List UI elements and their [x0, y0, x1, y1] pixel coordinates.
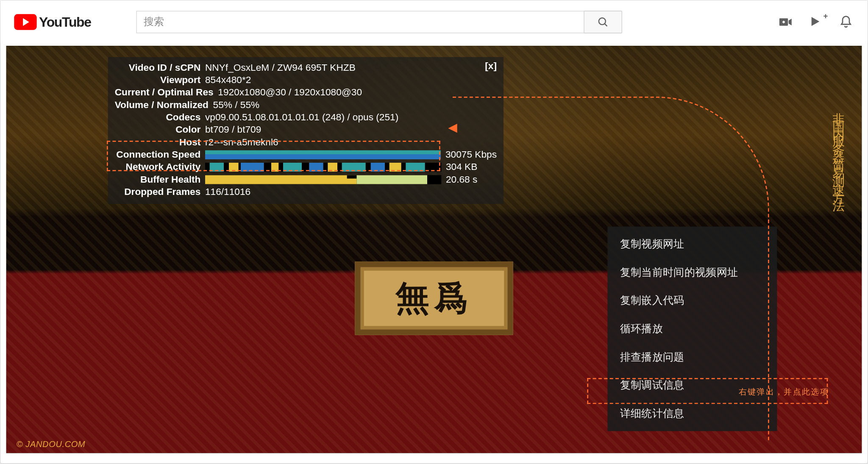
context-menu-item[interactable]: 复制嵌入代码: [607, 286, 777, 315]
stats-row-value: NNYf_OsxLeM / ZW94 695T KHZB: [205, 61, 497, 74]
stats-graph-reading: 20.68 s: [441, 173, 497, 186]
video-camera-icon: [778, 14, 793, 29]
apps-button[interactable]: +: [809, 14, 823, 29]
context-menu-item[interactable]: 复制调试信息: [607, 371, 777, 400]
stats-row-value: 116/11016: [205, 186, 497, 198]
stats-row-label: Network Activity: [115, 161, 205, 173]
stats-row-value: r2---sn-a5meknl6: [205, 136, 497, 148]
stats-row-label: Buffer Health: [115, 173, 205, 186]
plaque-calligraphy: 無爲: [355, 262, 513, 335]
youtube-play-icon: [14, 14, 36, 30]
context-menu-item[interactable]: 复制当前时间的视频网址: [607, 258, 777, 286]
create-video-button[interactable]: [778, 14, 793, 29]
svg-rect-3: [783, 21, 785, 23]
context-menu-item[interactable]: 详细统计信息: [607, 400, 777, 428]
header-action-icons: +: [778, 14, 854, 29]
stats-for-nerds-panel: [x] Video ID / sCPNNNYf_OsxLeM / ZW94 69…: [108, 57, 504, 204]
stats-row-value: 55% / 55%: [213, 99, 497, 111]
search-button[interactable]: [584, 11, 622, 33]
stats-row-label: Viewport: [115, 74, 205, 86]
svg-line-1: [605, 23, 607, 26]
context-menu-item[interactable]: 复制视频网址: [607, 230, 777, 258]
search-input[interactable]: [136, 11, 584, 33]
stats-row-label: Current / Optimal Res: [115, 86, 218, 99]
search-bar: [136, 11, 622, 33]
stats-row-label: Codecs: [115, 111, 205, 124]
context-menu-item[interactable]: 排查播放问题: [607, 343, 777, 371]
context-menu-item[interactable]: 循环播放: [607, 315, 777, 343]
stats-graph: [205, 150, 441, 159]
stats-row-label: Connection Speed: [115, 149, 205, 161]
stats-row-label: Color: [115, 124, 205, 136]
plus-badge-icon: +: [823, 11, 828, 20]
stats-row-label: Volume / Normalized: [115, 99, 213, 111]
video-player[interactable]: 無爲 [x] Video ID / sCPNNNYf_OsxLeM / ZW94…: [6, 46, 862, 453]
stats-row-value: vp09.00.51.08.01.01.01.01 (248) / opus (…: [205, 111, 497, 124]
stats-row-label: Host: [115, 136, 205, 148]
stats-row-label: Video ID / sCPN: [115, 61, 205, 74]
stats-close-button[interactable]: [x]: [485, 61, 497, 72]
notifications-button[interactable]: [839, 14, 854, 29]
play-triangle-icon: [809, 14, 822, 28]
stats-row-label: Dropped Frames: [115, 186, 205, 198]
youtube-logo[interactable]: YouTube: [14, 14, 91, 30]
stats-row-value: 1920x1080@30 / 1920x1080@30: [218, 86, 497, 99]
stats-row-value: 854x480*2: [205, 74, 497, 86]
stats-graph-reading: 30075 Kbps: [441, 149, 497, 161]
bell-icon: [839, 14, 853, 28]
stats-graph: [205, 163, 441, 172]
search-icon: [597, 16, 609, 28]
brand-word: YouTube: [39, 14, 91, 30]
app-header: YouTube +: [0, 0, 867, 43]
stats-graph: [205, 175, 441, 184]
stats-graph-reading: 304 KB: [441, 161, 497, 173]
svg-point-0: [599, 18, 606, 25]
video-context-menu: 复制视频网址复制当前时间的视频网址复制嵌入代码循环播放排查播放问题复制调试信息详…: [607, 227, 777, 431]
stats-row-value: bt709 / bt709: [205, 124, 497, 136]
